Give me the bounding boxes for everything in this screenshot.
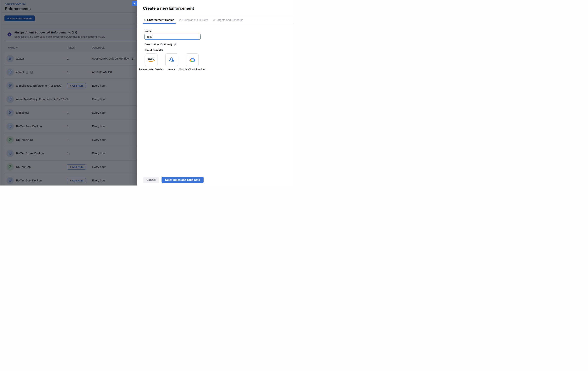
text-cursor [152, 35, 152, 38]
provider-aws: aws Amazon Web Servies [145, 53, 158, 66]
name-label: Name [145, 30, 294, 32]
create-enforcement-drawer: ✕ Create a new Enforcement 1. Enforcemen… [137, 0, 294, 185]
provider-azure: Azure [165, 53, 178, 66]
cloud-provider-options: aws Amazon Web Servies [145, 53, 294, 66]
provider-aws-card[interactable]: aws [145, 53, 158, 66]
drawer-tabs: 1. Enforcement Basics 2. Rules and Rule … [137, 16, 294, 24]
provider-gcp-label: Google Cloud Provider [179, 68, 206, 71]
name-input[interactable]: test [145, 34, 201, 40]
tab-enforcement-basics[interactable]: 1. Enforcement Basics [144, 16, 174, 24]
azure-logo-icon [168, 57, 175, 63]
tab-rules-and-rule-sets[interactable]: 2. Rules and Rule Sets [179, 16, 208, 24]
enforcement-basics-form: Name test Description (Optional) Cloud P… [137, 24, 294, 66]
name-input-value: test [147, 35, 152, 38]
cancel-button[interactable]: Cancel [143, 177, 159, 183]
next-rules-button[interactable]: Next: Rules and Rule Sets [161, 177, 204, 183]
cloud-provider-label: Cloud Provider [145, 49, 294, 51]
edit-pencil-icon[interactable] [174, 43, 177, 46]
provider-azure-card[interactable] [165, 53, 178, 66]
drawer-header: Create a new Enforcement [137, 0, 294, 16]
aws-logo-icon: aws [148, 57, 155, 60]
description-label: Description (Optional) [145, 43, 172, 46]
aws-smile-icon [148, 60, 155, 62]
screen: Account: CCM-NG Enforcements + New Enfor… [0, 0, 294, 185]
provider-gcp: Google Cloud Provider [186, 53, 199, 66]
drawer-title: Create a new Enforcement [143, 6, 294, 11]
tab-targets-and-schedule[interactable]: 3. Targets and Schedule [213, 16, 243, 24]
provider-gcp-card[interactable] [186, 53, 199, 66]
close-drawer-button[interactable]: ✕ [132, 1, 137, 6]
gcp-logo-icon [189, 57, 196, 62]
drawer-footer: Cancel Next: Rules and Rule Sets [143, 177, 204, 183]
